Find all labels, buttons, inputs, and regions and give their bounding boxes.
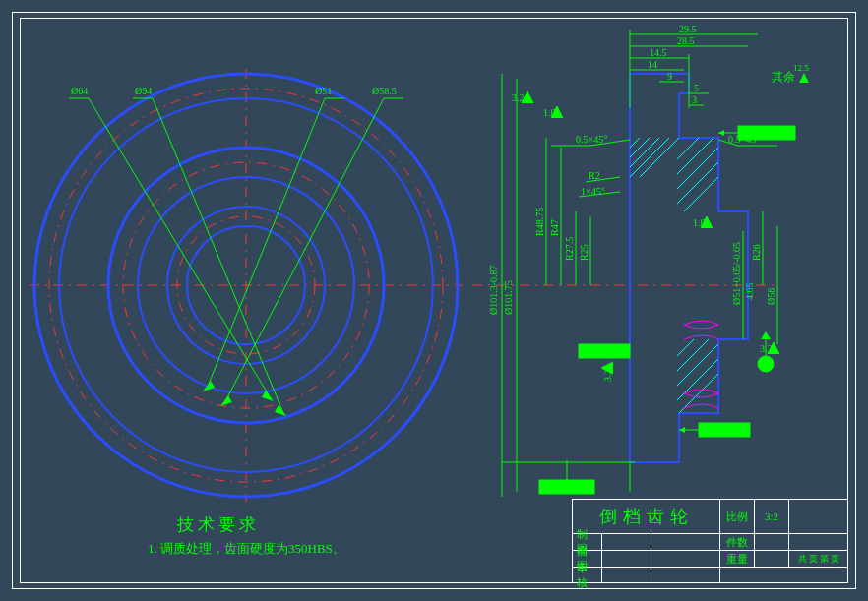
- gdnt-tol: 0.03: [595, 346, 613, 357]
- title-block: 倒档齿轮 比例 3:2 制图 件数 描图 重量 共 页 第 页 审核: [572, 499, 848, 583]
- scale-label: 比例: [720, 500, 755, 533]
- gear-tooth-profile: [684, 404, 718, 408]
- dim-label: 14.5: [650, 47, 667, 58]
- gdnt-ref: A: [741, 425, 749, 436]
- dim-label: Ø101.3-0.87: [488, 265, 499, 315]
- dim-label: 28.5: [677, 35, 695, 46]
- mass-label: 重量: [720, 551, 755, 567]
- gdnt-tol: 0.025: [755, 128, 777, 139]
- dim-label: 5: [694, 83, 699, 93]
- dim-label: R27.5: [564, 237, 575, 261]
- section-outline-right: [630, 74, 748, 462]
- qty-label: 件数: [720, 534, 755, 550]
- svg-text:⌯: ⌯: [582, 346, 591, 357]
- svg-marker-77: [761, 331, 771, 339]
- gdnt-tol: 0.03: [715, 425, 733, 436]
- dim-label: 3: [692, 94, 697, 105]
- gear-tooth-profile: [684, 321, 718, 329]
- svg-marker-11: [220, 395, 232, 406]
- svg-text:⌯: ⌯: [741, 128, 751, 139]
- dim-label: Ø51+0.05/-0.05: [731, 242, 742, 305]
- sf-label: 1.6: [543, 107, 556, 118]
- dim-label: R26: [751, 244, 762, 261]
- general-surface-finish: 其余 12.5: [772, 69, 809, 86]
- leader-d94: Ø94: [133, 86, 286, 416]
- dim-label: Ø64: [71, 86, 88, 96]
- dim-label: R2: [589, 170, 600, 181]
- svg-text:⌯: ⌯: [542, 482, 552, 493]
- svg-line-0: [89, 98, 271, 398]
- svg-marker-59: [718, 130, 724, 136]
- radial-dims: R48.75 R47 R27.5 R25: [534, 138, 590, 285]
- gdnt-ref: A: [786, 128, 794, 139]
- dim-label: 0.5×45°: [576, 134, 607, 145]
- pages: 共 页 第 页: [789, 551, 848, 567]
- scale-value: 3:2: [755, 500, 789, 533]
- gdnt-ref: A: [621, 346, 629, 357]
- tech-heading: 技术要求: [177, 513, 345, 536]
- dim-label: Ø101.75: [503, 280, 514, 315]
- dim-label: Ø56: [766, 288, 776, 305]
- dim-label: 9: [667, 71, 672, 82]
- right-dims: R26 Ø51+0.05/-0.05 4.05 Ø56: [731, 211, 777, 344]
- dim-label: Ø94: [135, 86, 152, 96]
- dim-label: Ø58.5: [372, 86, 397, 96]
- gear-tooth-profile: [684, 335, 718, 339]
- gdnt-frames: ⌯0.025A ⌯0.03A ⌯0.03A ⌯0.012A: [539, 126, 795, 494]
- dim-label: 14: [648, 59, 657, 70]
- row-check: 审核: [573, 568, 602, 583]
- tech-item-1: 1. 调质处理，齿面硬度为350HBS。: [148, 540, 345, 558]
- gdnt-tol: 0.012: [556, 482, 579, 493]
- svg-line-29: [669, 300, 733, 364]
- leader-d585: Ø58.5: [220, 86, 403, 406]
- sf-label: 3.2: [602, 370, 613, 383]
- gdnt-ref: A: [586, 482, 593, 493]
- section-view: 29.5 28.5 14.5 14 9 5 3 0.5×45° 0.5×45° …: [472, 24, 795, 497]
- svg-line-9: [224, 98, 384, 403]
- svg-text:⌯: ⌯: [702, 425, 712, 436]
- dim-label: 29.5: [679, 24, 697, 34]
- finish-value: 12.5: [793, 63, 809, 73]
- dim-label: R48.75: [534, 208, 545, 236]
- sf-label: 3.2: [512, 92, 525, 103]
- dim-label: R47: [549, 219, 560, 236]
- finish-triangle-icon: [799, 73, 809, 83]
- svg-line-21: [669, 133, 733, 197]
- dim-label: 4.05: [744, 283, 755, 301]
- technical-requirements: 技术要求 1. 调质处理，齿面硬度为350HBS。: [148, 513, 345, 562]
- outer-dia-dims: Ø101.3-0.87 Ø101.75: [488, 74, 517, 497]
- sf-label: 1.6: [693, 217, 706, 228]
- leader-d51: Ø51: [203, 86, 344, 391]
- datum-label: A: [763, 359, 771, 370]
- svg-line-6: [207, 98, 325, 389]
- dim-label: R25: [579, 244, 589, 261]
- svg-line-28: [669, 315, 733, 379]
- front-view: Ø64 Ø94 Ø51 Ø58.5: [30, 69, 463, 502]
- dim-label: Ø51: [315, 86, 332, 96]
- dims-top: 29.5 28.5 14.5 14 9 5 3: [630, 24, 758, 108]
- svg-line-16: [625, 118, 699, 192]
- qiyu-label: 其余: [772, 69, 795, 86]
